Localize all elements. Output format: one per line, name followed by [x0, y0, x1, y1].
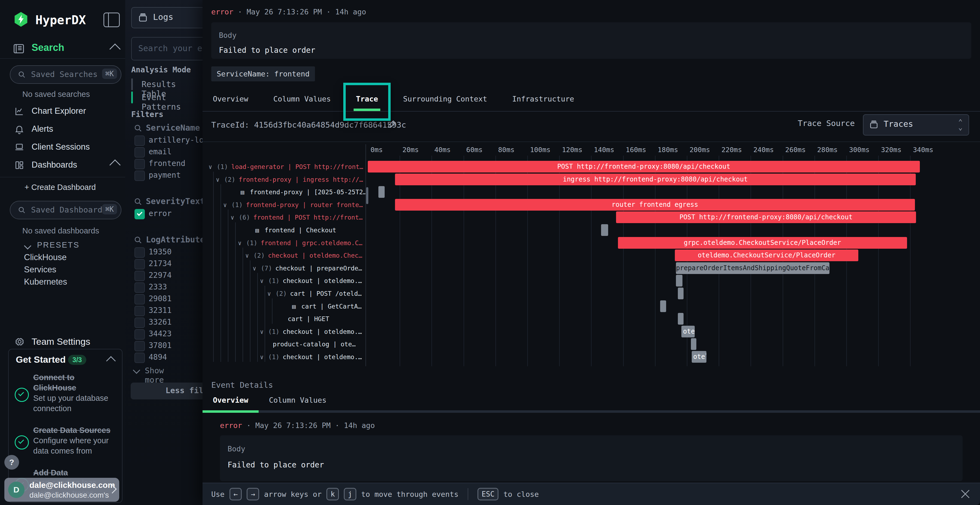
- trace-span-bar[interactable]: [678, 287, 684, 299]
- trace-tree: ∨(1)load-generator | POST http://front…∨…: [202, 144, 365, 366]
- trace-tree-row[interactable]: ∨(1)checkout | oteldemo.…: [202, 275, 365, 287]
- trace-span-bar[interactable]: POST http://frontend-proxy:8080/api/chec…: [368, 161, 920, 173]
- checkbox-icon[interactable]: [134, 247, 145, 258]
- trace-span-bar[interactable]: [379, 186, 385, 198]
- sidebar-section-search[interactable]: Search: [0, 41, 125, 57]
- create-dashboard-button[interactable]: + Create Dashboard: [24, 183, 96, 192]
- checkbox-icon[interactable]: [134, 306, 145, 316]
- sidebar-item-chart-explorer[interactable]: Chart Explorer: [0, 103, 125, 120]
- sidebar-collapse-icon[interactable]: [103, 13, 120, 27]
- trace-span-bar[interactable]: [691, 338, 697, 350]
- sidebar-item-dashboards[interactable]: Dashboards: [0, 157, 125, 174]
- trace-span-bar[interactable]: [676, 275, 682, 286]
- trace-span-bar[interactable]: [601, 224, 608, 236]
- chevron-down-icon[interactable]: ∨: [267, 287, 275, 300]
- tab-infrastructure[interactable]: Infrastructure: [510, 91, 577, 110]
- chevron-up-icon[interactable]: [106, 356, 116, 366]
- trace-span-bar[interactable]: router frontend egress: [395, 199, 915, 211]
- tab-column-values[interactable]: Column Values: [271, 91, 333, 110]
- gridline: [464, 156, 464, 366]
- checkbox-icon[interactable]: [134, 135, 145, 146]
- tab-surrounding-context[interactable]: Surrounding Context: [401, 91, 490, 110]
- trace-tree-row[interactable]: ∨(7)checkout | prepareOrde…: [202, 262, 365, 275]
- tab-overview[interactable]: Overview: [211, 91, 250, 110]
- scrollbar-thumb[interactable]: [366, 187, 368, 204]
- chevron-down-icon[interactable]: ∨: [260, 275, 268, 287]
- trace-span-bar[interactable]: [678, 313, 684, 325]
- axis-tick: 20ms: [402, 146, 419, 154]
- preset-item-clickhouse[interactable]: ClickHouse: [24, 252, 67, 262]
- trace-span-bar[interactable]: prepareOrderItemsAndShippingQuoteFromCar…: [676, 262, 829, 274]
- saved-searches-input[interactable]: Saved Searches ⌘K: [10, 65, 121, 84]
- trace-tree-row[interactable]: ∨(1)frontend | grpc.oteldemo.C…: [202, 237, 365, 249]
- preset-item-kubernetes[interactable]: Kubernetes: [24, 277, 67, 287]
- event-search-input[interactable]: Search your ev: [131, 37, 202, 60]
- checkbox-icon[interactable]: [134, 294, 145, 305]
- analysis-mode-results-table[interactable]: Results Table: [131, 78, 202, 91]
- trace-source-select[interactable]: Traces ⌃⌄: [863, 114, 969, 135]
- close-icon[interactable]: [960, 489, 970, 499]
- checkbox-icon[interactable]: [134, 283, 145, 293]
- get-started-item-title: Create Data Sources: [33, 425, 111, 435]
- get-started-item[interactable]: Connect toClickHouseSet up your database…: [9, 372, 122, 418]
- trace-tree-row[interactable]: ▤frontend | Checkout: [202, 224, 365, 237]
- trace-tree-row[interactable]: cart | HGET: [202, 313, 365, 325]
- trace-tree-row[interactable]: ∨(1)checkout | oteldemo.…: [202, 326, 365, 338]
- chevron-down-icon[interactable]: ∨: [231, 211, 239, 224]
- sidebar-item-alerts[interactable]: Alerts: [0, 121, 125, 138]
- ed-tab-overview[interactable]: Overview: [211, 394, 250, 410]
- body-value: Failed to place order: [219, 46, 315, 55]
- less-filters-button[interactable]: Less filters: [130, 383, 202, 399]
- source-select-button[interactable]: Logs: [131, 7, 202, 28]
- body-card: Body Failed to place order: [211, 22, 971, 59]
- trace-span-bar[interactable]: POST http://frontend-proxy:8080/api/chec…: [616, 211, 916, 223]
- checkbox-icon[interactable]: [134, 341, 145, 351]
- checkbox-icon[interactable]: [134, 318, 145, 328]
- trace-tree-row[interactable]: ∨(2)checkout | oteldemo.Chec…: [202, 249, 365, 262]
- chevron-down-icon[interactable]: ∨: [245, 249, 253, 262]
- sidebar-item-client-sessions[interactable]: Client Sessions: [0, 139, 125, 156]
- help-button[interactable]: ?: [4, 455, 19, 470]
- chevron-down-icon[interactable]: ∨: [253, 262, 261, 275]
- chevron-down-icon[interactable]: ∨: [260, 351, 268, 363]
- checkbox-icon[interactable]: [134, 329, 145, 340]
- trace-tree-row[interactable]: ▤frontend-proxy | [2025-05-25T2…: [202, 186, 365, 199]
- checkbox-icon[interactable]: [134, 259, 145, 269]
- chevron-updown-icon: ⌃⌄: [958, 119, 963, 130]
- trace-span-bar[interactable]: oteldemo.…: [681, 326, 695, 337]
- event-search-placeholder: Search your ev: [138, 43, 202, 53]
- trace-span-bar[interactable]: grpc.oteldemo.CheckoutService/PlaceOrder: [618, 237, 907, 249]
- chevron-down-icon[interactable]: ∨: [238, 237, 246, 249]
- chevron-down-icon[interactable]: ∨: [208, 161, 217, 173]
- get-started-item[interactable]: Create Data SourcesConfigure where yourd…: [9, 425, 122, 461]
- ed-tab-column-values[interactable]: Column Values: [267, 394, 328, 410]
- trace-span-bar[interactable]: ingress http://frontend-proxy:8080/api/c…: [395, 173, 916, 185]
- sidebar-item-team-settings[interactable]: Team Settings: [0, 333, 125, 351]
- checkbox-icon[interactable]: [134, 271, 145, 281]
- trace-tree-row[interactable]: ∨(6)frontend | POST http://front…: [202, 211, 365, 224]
- checkbox-icon[interactable]: [134, 171, 145, 181]
- saved-dashboards-input[interactable]: Saved Dashboards ⌘K: [10, 201, 121, 219]
- trace-tree-row[interactable]: ∨(2)frontend-proxy | ingress http://…: [202, 173, 365, 186]
- chevron-down-icon[interactable]: ∨: [216, 173, 224, 186]
- axis-tick: 140ms: [594, 146, 614, 154]
- user-menu[interactable]: D dale@clickhouse.com dale@clickhouse.co…: [4, 478, 119, 502]
- trace-tree-row[interactable]: product-catalog | ote…: [202, 338, 365, 351]
- trace-tree-row[interactable]: ∨(1)frontend-proxy | router fronte…: [202, 199, 365, 211]
- checkbox-icon[interactable]: [134, 353, 145, 363]
- trace-tree-row[interactable]: ∨(1)load-generator | POST http://front…: [202, 160, 365, 173]
- trace-tree-row[interactable]: ∨(2)cart | POST /oteld…: [202, 287, 365, 300]
- service-name-chip[interactable]: ServiceName: frontend: [211, 67, 315, 81]
- trace-span-bar[interactable]: oteldemo.…: [692, 351, 706, 363]
- trace-span-bar[interactable]: [660, 300, 666, 312]
- checkbox-icon[interactable]: [134, 209, 145, 219]
- checkbox-icon[interactable]: [134, 159, 145, 169]
- checkbox-icon[interactable]: [134, 147, 145, 157]
- trace-span-bar[interactable]: oteldemo.CheckoutService/PlaceOrder: [675, 249, 858, 261]
- chevron-down-icon[interactable]: ∨: [260, 326, 268, 338]
- trace-tree-row[interactable]: ∨(1)checkout | oteldemo.…: [202, 351, 365, 363]
- chevron-down-icon[interactable]: ∨: [223, 199, 231, 211]
- analysis-mode-event-patterns[interactable]: Event Patterns: [131, 91, 202, 103]
- trace-tree-row[interactable]: ▤cart | GetCartA…: [202, 300, 365, 313]
- preset-item-services[interactable]: Services: [24, 265, 56, 275]
